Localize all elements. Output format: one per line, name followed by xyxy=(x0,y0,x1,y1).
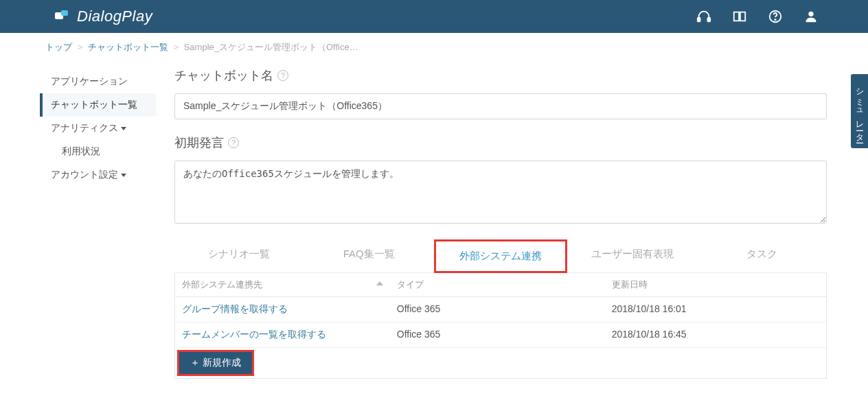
td-updated: 2018/10/18 16:45 xyxy=(605,322,826,347)
topbar: DialogPlay xyxy=(0,0,868,33)
sidebar-item-chatbot-list[interactable]: チャットボット一覧 xyxy=(40,93,157,117)
svg-rect-3 xyxy=(708,18,711,22)
breadcrumb-sep: > xyxy=(173,42,179,52)
tab-faq[interactable]: FAQ集一覧 xyxy=(304,239,434,273)
sidebar: アプリケーション チャットボット一覧 アナリティクス 利用状況 アカウント設定 xyxy=(40,60,163,379)
breadcrumb-current: Sample_スケジュール管理ボット（Office… xyxy=(184,42,358,52)
tabs: シナリオ一覧 FAQ集一覧 外部システム連携 ユーザー固有表現 タスク xyxy=(174,239,827,273)
chatbot-name-label: チャットボット名 ? xyxy=(174,67,827,84)
tab-task[interactable]: タスク xyxy=(697,239,827,273)
td-name: チームメンバーの一覧を取得する xyxy=(175,322,390,347)
svg-rect-2 xyxy=(698,18,700,22)
simulator-tab[interactable]: シミュレーター xyxy=(851,74,868,148)
td-type: Office 365 xyxy=(390,297,605,322)
svg-rect-1 xyxy=(61,10,68,16)
breadcrumb-top[interactable]: トップ xyxy=(45,42,72,52)
app-name: DialogPlay xyxy=(77,8,152,25)
breadcrumb: トップ > チャットボット一覧 > Sample_スケジュール管理ボット（Off… xyxy=(0,33,868,60)
help-icon[interactable] xyxy=(768,9,783,24)
help-badge-icon[interactable]: ? xyxy=(228,137,239,148)
help-badge-icon[interactable]: ? xyxy=(277,70,288,81)
th-label: 外部システム連携先 xyxy=(182,279,262,290)
td-updated: 2018/10/18 16:01 xyxy=(605,297,826,322)
label-text: チャットボット名 xyxy=(174,67,273,84)
svg-point-6 xyxy=(808,12,813,16)
svg-point-5 xyxy=(775,19,775,20)
td-name: グループ情報を取得する xyxy=(175,297,390,322)
tab-user-expression[interactable]: ユーザー固有表現 xyxy=(567,239,697,273)
td-type: Office 365 xyxy=(390,322,605,347)
sidebar-item-label: アナリティクス xyxy=(51,122,118,134)
headset-icon[interactable] xyxy=(696,9,711,24)
initial-utterance-label: 初期発言 ? xyxy=(174,134,827,151)
external-table: 外部システム連携先 タイプ 更新日時 グループ情報を取得する Office 36… xyxy=(174,273,827,379)
sidebar-item-usage[interactable]: 利用状況 xyxy=(40,140,157,163)
sidebar-item-application[interactable]: アプリケーション xyxy=(40,70,157,93)
sidebar-item-label: アプリケーション xyxy=(51,75,128,88)
new-button[interactable]: ＋ 新規作成 xyxy=(179,352,252,374)
logo-icon xyxy=(55,10,70,23)
book-icon[interactable] xyxy=(732,9,747,24)
th-type[interactable]: タイプ xyxy=(390,273,605,296)
sidebar-item-account[interactable]: アカウント設定 xyxy=(40,163,157,187)
sidebar-item-label: アカウント設定 xyxy=(51,169,118,181)
row-link[interactable]: チームメンバーの一覧を取得する xyxy=(182,329,326,340)
label-text: 初期発言 xyxy=(174,134,224,151)
tab-scenario[interactable]: シナリオ一覧 xyxy=(174,239,304,273)
row-link[interactable]: グループ情報を取得する xyxy=(182,303,288,314)
sidebar-item-analytics[interactable]: アナリティクス xyxy=(40,117,157,140)
sort-asc-icon xyxy=(376,281,383,285)
th-updated[interactable]: 更新日時 xyxy=(605,273,826,296)
th-name[interactable]: 外部システム連携先 xyxy=(175,273,390,296)
user-icon[interactable] xyxy=(803,9,819,24)
tab-external[interactable]: 外部システム連携 xyxy=(434,239,568,273)
sidebar-item-label: チャットボット一覧 xyxy=(51,99,137,111)
topbar-right xyxy=(696,9,860,24)
initial-utterance-textarea[interactable] xyxy=(174,161,827,224)
table-footer: ＋ 新規作成 xyxy=(175,348,826,378)
sidebar-item-label: 利用状況 xyxy=(62,145,100,158)
table-row: グループ情報を取得する Office 365 2018/10/18 16:01 xyxy=(175,297,826,322)
breadcrumb-sep: > xyxy=(78,42,83,52)
main: チャットボット名 ? 初期発言 ? シナリオ一覧 FAQ集一覧 外部システム連携… xyxy=(163,60,827,379)
chatbot-name-input[interactable] xyxy=(174,93,827,119)
table-header-row: 外部システム連携先 タイプ 更新日時 xyxy=(175,273,826,297)
caret-down-icon xyxy=(121,174,126,177)
caret-down-icon xyxy=(121,127,126,130)
table-row: チームメンバーの一覧を取得する Office 365 2018/10/18 16… xyxy=(175,322,826,348)
breadcrumb-list[interactable]: チャットボット一覧 xyxy=(88,42,168,52)
